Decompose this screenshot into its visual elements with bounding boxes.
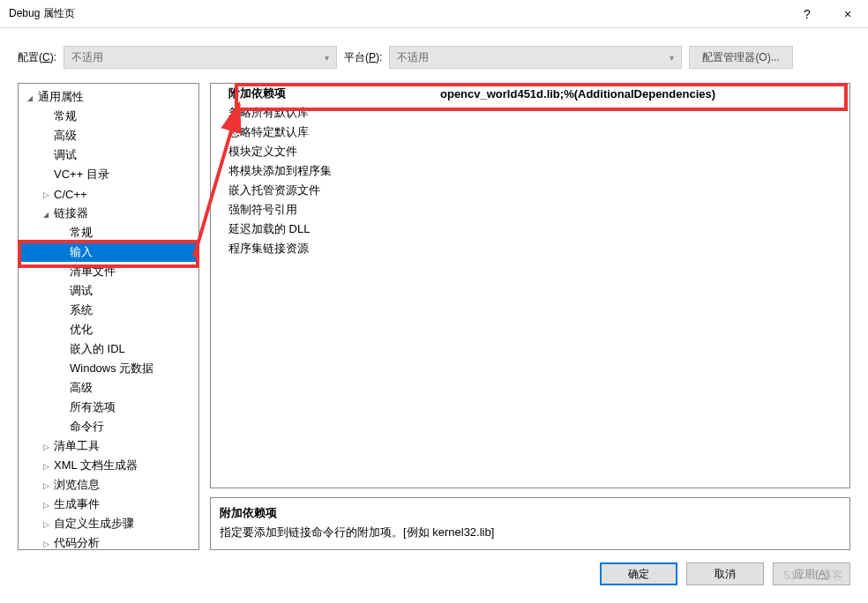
tree-label: 自定义生成步骤 bbox=[52, 516, 134, 532]
tree-label: 输入 bbox=[68, 244, 93, 260]
tree-label: 优化 bbox=[68, 322, 93, 338]
tree-label: 浏览信息 bbox=[52, 477, 100, 493]
tree-label: 所有选项 bbox=[68, 399, 116, 415]
tree-item-代码分析[interactable]: 代码分析 bbox=[19, 533, 198, 550]
ok-button[interactable]: 确定 bbox=[600, 562, 677, 585]
config-manager-button[interactable]: 配置管理器(O)... bbox=[689, 46, 792, 69]
tree-panel[interactable]: 通用属性常规高级调试VC++ 目录C/C++链接器常规输入清单文件调试系统优化嵌… bbox=[18, 83, 199, 550]
tree-label: 调试 bbox=[52, 147, 77, 163]
platform-value: 不适用 bbox=[397, 50, 429, 65]
apply-button[interactable]: 应用(A) bbox=[773, 562, 850, 585]
tree-item-输入[interactable]: 输入 bbox=[19, 242, 198, 262]
tree-label: 命令行 bbox=[68, 419, 104, 435]
property-name: 程序集链接资源 bbox=[211, 241, 440, 257]
tree-arrow-icon[interactable] bbox=[40, 209, 52, 219]
tree-item-Windows 元数据[interactable]: Windows 元数据 bbox=[19, 359, 198, 378]
tree-label: 系统 bbox=[68, 302, 93, 318]
property-row[interactable]: 模块定义文件 bbox=[211, 142, 849, 161]
tree-arrow-icon[interactable] bbox=[24, 93, 36, 102]
description-title: 附加依赖项 bbox=[220, 505, 841, 521]
description-text: 指定要添加到链接命令行的附加项。[例如 kernel32.lib] bbox=[220, 525, 841, 540]
tree-item-浏览信息[interactable]: 浏览信息 bbox=[19, 475, 198, 495]
property-name: 延迟加载的 DLL bbox=[211, 221, 440, 237]
property-row[interactable]: 程序集链接资源 bbox=[211, 239, 849, 258]
tree-item-常规[interactable]: 常规 bbox=[19, 107, 198, 126]
tree-label: Windows 元数据 bbox=[68, 361, 153, 376]
tree-item-高级[interactable]: 高级 bbox=[19, 126, 198, 145]
platform-select[interactable]: 不适用 ▾ bbox=[389, 46, 682, 69]
tree-item-自定义生成步骤[interactable]: 自定义生成步骤 bbox=[19, 514, 198, 533]
config-select[interactable]: 不适用 ▾ bbox=[64, 46, 337, 69]
tree-label: 常规 bbox=[68, 225, 93, 241]
property-name: 强制符号引用 bbox=[211, 202, 440, 218]
help-button[interactable]: ? bbox=[787, 0, 827, 28]
button-row: 确定 取消 应用(A) bbox=[0, 550, 868, 598]
tree-arrow-icon[interactable] bbox=[40, 190, 52, 199]
config-label: 配置(C): bbox=[18, 50, 56, 65]
tree-label: VC++ 目录 bbox=[52, 167, 109, 182]
tree-item-嵌入的 IDL[interactable]: 嵌入的 IDL bbox=[19, 339, 198, 359]
tree-item-清单工具[interactable]: 清单工具 bbox=[19, 436, 198, 456]
property-name: 嵌入托管资源文件 bbox=[211, 182, 440, 198]
content-area: 通用属性常规高级调试VC++ 目录C/C++链接器常规输入清单文件调试系统优化嵌… bbox=[0, 83, 868, 550]
tree-label: 清单工具 bbox=[52, 438, 100, 454]
tree-arrow-icon[interactable] bbox=[40, 480, 52, 490]
tree-arrow-icon[interactable] bbox=[40, 539, 52, 548]
config-row: 配置(C): 不适用 ▾ 平台(P): 不适用 ▾ 配置管理器(O)... bbox=[0, 28, 868, 83]
tree-item-系统[interactable]: 系统 bbox=[19, 301, 198, 320]
tree-item-高级[interactable]: 高级 bbox=[19, 378, 198, 398]
tree-arrow-icon[interactable] bbox=[40, 500, 52, 510]
property-row[interactable]: 强制符号引用 bbox=[211, 200, 849, 220]
description-panel: 附加依赖项 指定要添加到链接命令行的附加项。[例如 kernel32.lib] bbox=[210, 497, 850, 550]
tree-item-VC++ 目录[interactable]: VC++ 目录 bbox=[19, 165, 198, 184]
property-row[interactable]: 延迟加载的 DLL bbox=[211, 220, 849, 239]
tree-label: 链接器 bbox=[52, 205, 88, 221]
property-row[interactable]: 附加依赖项opencv_world451d.lib;%(AdditionalDe… bbox=[211, 84, 849, 103]
tree-item-链接器[interactable]: 链接器 bbox=[19, 204, 198, 223]
tree-item-优化[interactable]: 优化 bbox=[19, 320, 198, 339]
property-name: 模块定义文件 bbox=[211, 144, 440, 160]
tree-item-C/C++[interactable]: C/C++ bbox=[19, 184, 198, 204]
property-grid[interactable]: 附加依赖项opencv_world451d.lib;%(AdditionalDe… bbox=[210, 83, 850, 488]
close-button[interactable]: × bbox=[827, 0, 868, 28]
tree-item-调试[interactable]: 调试 bbox=[19, 145, 198, 165]
tree-item-生成事件[interactable]: 生成事件 bbox=[19, 495, 198, 514]
property-name: 忽略特定默认库 bbox=[211, 124, 440, 140]
tree-label: 调试 bbox=[68, 283, 93, 299]
property-name: 附加依赖项 bbox=[211, 86, 440, 101]
tree-item-清单文件[interactable]: 清单文件 bbox=[19, 262, 198, 281]
tree-label: 嵌入的 IDL bbox=[68, 341, 125, 357]
property-row[interactable]: 嵌入托管资源文件 bbox=[211, 181, 849, 200]
tree-arrow-icon[interactable] bbox=[40, 519, 52, 529]
property-value[interactable]: opencv_world451d.lib;%(AdditionalDepende… bbox=[440, 87, 849, 100]
tree-arrow-icon[interactable] bbox=[40, 442, 52, 451]
tree-label: 常规 bbox=[52, 108, 77, 124]
tree-item-命令行[interactable]: 命令行 bbox=[19, 417, 198, 436]
tree-label: 代码分析 bbox=[52, 535, 100, 550]
property-row[interactable]: 忽略特定默认库 bbox=[211, 123, 849, 142]
tree-label: 高级 bbox=[68, 380, 93, 396]
tree-label: 清单文件 bbox=[68, 264, 116, 279]
chevron-down-icon: ▾ bbox=[670, 53, 674, 63]
config-value: 不适用 bbox=[71, 50, 103, 65]
platform-label: 平台(P): bbox=[344, 50, 382, 65]
property-name: 忽略所有默认库 bbox=[211, 105, 440, 121]
tree-item-调试[interactable]: 调试 bbox=[19, 281, 198, 301]
tree-arrow-icon[interactable] bbox=[40, 461, 52, 471]
titlebar-controls: ? × bbox=[787, 0, 868, 28]
window-title: Debug 属性页 bbox=[9, 6, 787, 21]
property-row[interactable]: 将模块添加到程序集 bbox=[211, 161, 849, 181]
tree-label: XML 文档生成器 bbox=[52, 458, 138, 473]
tree-label: 高级 bbox=[52, 128, 77, 144]
tree-label: 通用属性 bbox=[36, 89, 84, 105]
tree-item-所有选项[interactable]: 所有选项 bbox=[19, 398, 198, 417]
tree-item-XML 文档生成器[interactable]: XML 文档生成器 bbox=[19, 456, 198, 475]
titlebar: Debug 属性页 ? × bbox=[0, 0, 868, 28]
tree-item-常规[interactable]: 常规 bbox=[19, 223, 198, 242]
tree-label: 生成事件 bbox=[52, 496, 100, 512]
tree-item-通用属性[interactable]: 通用属性 bbox=[19, 87, 198, 107]
property-row[interactable]: 忽略所有默认库 bbox=[211, 103, 849, 123]
right-panel: 附加依赖项opencv_world451d.lib;%(AdditionalDe… bbox=[210, 83, 850, 550]
tree-label: C/C++ bbox=[52, 188, 87, 201]
cancel-button[interactable]: 取消 bbox=[686, 562, 764, 585]
